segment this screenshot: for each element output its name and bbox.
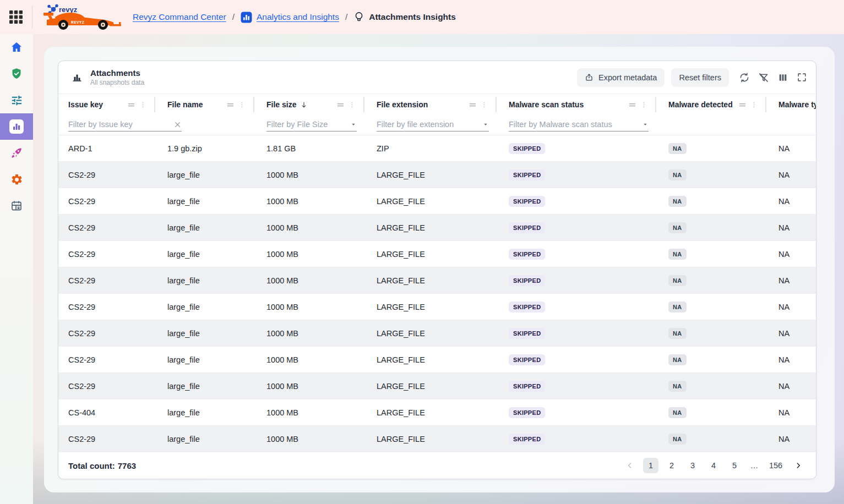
breadcrumb-current: Attachments Insights (369, 12, 456, 22)
filter-off-icon[interactable] (758, 72, 769, 83)
export-metadata-button[interactable]: Export metadata (577, 68, 665, 87)
table-row[interactable]: CS2-29large_file1000 MBLARGE_FILESKIPPED… (58, 294, 816, 320)
column-header-malware-scan-status[interactable]: Malware scan status (499, 94, 658, 115)
column-kebab-icon[interactable] (640, 101, 647, 109)
svg-text:REVYZ: REVYZ (71, 20, 84, 24)
refresh-icon[interactable] (739, 72, 750, 83)
column-menu-icon[interactable] (336, 101, 345, 109)
lightbulb-icon (353, 11, 364, 23)
reset-filters-button[interactable]: Reset filters (671, 68, 729, 87)
table-row[interactable]: CS-404large_file1000 MBLARGE_FILESKIPPED… (58, 399, 816, 426)
total-count-value: 7763 (118, 461, 136, 470)
cell-issue-key: CS-404 (58, 399, 157, 425)
table-row[interactable]: CS2-29large_file1000 MBLARGE_FILESKIPPED… (58, 241, 816, 267)
malware-detected-badge: NA (668, 275, 687, 286)
column-kebab-icon[interactable] (481, 101, 488, 109)
revyz-logo[interactable]: revyz REVYZ (39, 4, 122, 30)
column-kebab-icon[interactable] (750, 101, 758, 109)
pagination-page-156[interactable]: 156 (766, 458, 785, 473)
column-header-file-name[interactable]: File name (157, 94, 257, 115)
cell-malware-scan-status: SKIPPED (499, 373, 658, 399)
pagination-prev-button[interactable] (622, 458, 638, 473)
table-row[interactable]: CS2-29large_file1000 MBLARGE_FILESKIPPED… (58, 267, 816, 294)
sliders-icon (10, 94, 23, 107)
breadcrumb-link-analytics[interactable]: Analytics and Insights (257, 12, 339, 22)
file-size-filter-select[interactable]: Filter by File Size (266, 120, 357, 132)
file-extension-filter-select[interactable]: Filter by file extension (377, 120, 489, 132)
cell-file-extension: LARGE_FILE (367, 188, 499, 214)
cell-malware-scan-status: SKIPPED (499, 162, 658, 188)
sidebar-item-reports[interactable] (0, 193, 33, 219)
table-row[interactable]: CS2-29large_file1000 MBLARGE_FILESKIPPED… (58, 347, 816, 373)
pagination-page-1[interactable]: 1 (643, 458, 658, 473)
filter-cell-empty (769, 115, 816, 135)
breadcrumb: Revyz Command Center / Analytics and Ins… (133, 11, 456, 23)
column-menu-icon[interactable] (738, 101, 747, 109)
column-header-file-extension[interactable]: File extension (367, 94, 499, 115)
scan-status-badge: SKIPPED (509, 222, 545, 233)
cell-file-name: large_file (157, 188, 257, 214)
cell-file-extension: LARGE_FILE (367, 294, 499, 320)
cell-file-extension: LARGE_FILE (367, 215, 499, 240)
cell-malware-detected: NA (658, 426, 769, 452)
sidebar-item-configurations[interactable] (0, 87, 33, 113)
malware-detected-badge: NA (668, 169, 687, 180)
column-menu-icon[interactable] (469, 101, 477, 109)
table-row[interactable]: CS2-29large_file1000 MBLARGE_FILESKIPPED… (58, 162, 816, 188)
column-menu-icon[interactable] (628, 101, 636, 109)
cell-file-name: large_file (157, 373, 257, 399)
table-row[interactable]: CS2-29large_file1000 MBLARGE_FILESKIPPED… (58, 188, 816, 215)
cell-malware-scan-status: SKIPPED (499, 399, 658, 425)
cell-file-extension: LARGE_FILE (367, 373, 499, 399)
pagination-page-5[interactable]: 5 (727, 458, 742, 473)
cell-malware-type: NA (769, 162, 816, 188)
filter-placeholder: Filter by File Size (266, 120, 348, 129)
column-header-malware-type[interactable]: Malware type (769, 94, 816, 115)
table-row[interactable]: CS2-29large_file1000 MBLARGE_FILESKIPPED… (58, 320, 816, 347)
cell-malware-detected: NA (658, 347, 769, 372)
table-row[interactable]: CS2-29large_file1000 MBLARGE_FILESKIPPED… (58, 426, 816, 452)
breadcrumb-link-command-center[interactable]: Revyz Command Center (133, 12, 226, 22)
malware-scan-status-filter-select[interactable]: Filter by Malware scan status (509, 120, 649, 132)
card-titles: Attachments All snapshots data (90, 68, 144, 86)
column-header-malware-detected[interactable]: Malware detected (658, 94, 769, 115)
pagination-page-3[interactable]: 3 (685, 458, 700, 473)
sidebar-item-home[interactable] (0, 34, 33, 61)
issue-key-filter-input[interactable] (68, 120, 171, 129)
sidebar-item-launch[interactable] (0, 140, 33, 166)
cell-issue-key: CS2-29 (58, 188, 157, 214)
column-kebab-icon[interactable] (349, 101, 356, 109)
app-launcher-button[interactable] (0, 0, 32, 34)
column-header-file-size[interactable]: File size (257, 94, 367, 115)
sidebar-item-settings[interactable] (0, 166, 33, 193)
malware-detected-badge: NA (668, 381, 687, 392)
column-menu-icon[interactable] (226, 101, 235, 109)
cell-file-extension: LARGE_FILE (367, 241, 499, 267)
column-label: Issue key (68, 100, 103, 109)
fullscreen-icon[interactable] (797, 72, 807, 83)
sort-desc-icon[interactable] (300, 101, 308, 109)
table-row[interactable]: CS2-29large_file1000 MBLARGE_FILESKIPPED… (58, 373, 816, 399)
column-menu-icon[interactable] (127, 101, 135, 109)
cell-file-size: 1000 MB (257, 399, 367, 425)
column-kebab-icon[interactable] (139, 101, 146, 109)
pagination-page-2[interactable]: 2 (664, 458, 679, 473)
scan-status-badge: SKIPPED (509, 407, 545, 418)
table-row[interactable]: CS2-29large_file1000 MBLARGE_FILESKIPPED… (58, 215, 816, 241)
sidebar-item-analytics[interactable] (0, 113, 33, 140)
cell-issue-key: CS2-29 (58, 267, 157, 293)
column-kebab-icon[interactable] (238, 101, 246, 109)
cell-malware-detected: NA (658, 162, 769, 188)
total-count-label: Total count: (68, 461, 115, 470)
breadcrumb-separator: / (345, 12, 347, 22)
column-header-issue-key[interactable]: Issue key (58, 94, 157, 115)
columns-icon[interactable] (777, 72, 788, 83)
cell-file-size: 1000 MB (257, 320, 367, 346)
total-count: Total count: 7763 (68, 461, 136, 470)
attachments-chart-icon (72, 72, 83, 83)
table-row[interactable]: ARD-11.9 gb.zip1.81 GBZIPSKIPPEDNANA (58, 135, 816, 162)
cell-malware-scan-status: SKIPPED (499, 294, 658, 320)
pagination-next-button[interactable] (791, 458, 806, 473)
pagination-page-4[interactable]: 4 (706, 458, 721, 473)
sidebar-item-security[interactable] (0, 61, 33, 87)
